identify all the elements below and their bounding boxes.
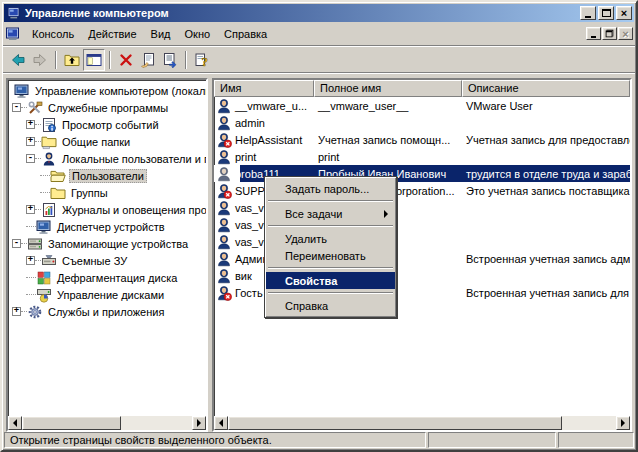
menu-separator (268, 292, 393, 294)
tree-item-label: Журналы и оповещения производительности (60, 203, 206, 217)
menu-2[interactable]: Действие (81, 25, 143, 43)
expand-box[interactable]: + (26, 256, 35, 265)
context-menu-item-rename[interactable]: Переименовать (266, 247, 395, 264)
expand-box[interactable]: + (26, 120, 35, 129)
tree-item[interactable]: +Службы и приложения (8, 303, 206, 320)
user-list-row[interactable]: admin (214, 114, 630, 131)
minimize-button[interactable] (580, 6, 596, 20)
user-icon (216, 98, 232, 114)
child-minimize-button[interactable] (586, 27, 601, 40)
defrag-icon (36, 270, 52, 286)
tree-item-label: Просмотр событий (60, 118, 161, 132)
menu-separator (268, 267, 393, 269)
tree-item[interactable]: Пользователи (8, 167, 206, 184)
user-list-row[interactable]: printprint (214, 148, 630, 165)
child-restore-button[interactable] (602, 27, 617, 40)
tree-item[interactable]: -Запоминающие устройства (8, 235, 206, 252)
menu-1[interactable]: Консоль (25, 25, 81, 43)
title-bar[interactable]: Управление компьютером × (4, 4, 634, 22)
scroll-track[interactable] (228, 416, 616, 430)
scroll-thumb[interactable] (228, 416, 562, 430)
expand-box[interactable]: + (12, 307, 21, 316)
scroll-left-button[interactable] (8, 416, 22, 430)
delete-button[interactable] (115, 49, 137, 71)
delete-x-icon (118, 52, 134, 68)
menu-5[interactable]: Справка (217, 25, 274, 43)
column-header-3[interactable]: Описание (462, 80, 630, 97)
console-system-menu-icon[interactable] (5, 26, 21, 42)
console-tree-pane: Управление компьютером (локальным)-Служе… (6, 78, 208, 432)
tree-item[interactable]: +Общие папки (8, 133, 206, 150)
tree-item[interactable]: -Служебные программы (8, 99, 206, 116)
user-list-row[interactable]: HelpAssistantУчетная запись помощн...Уче… (214, 131, 630, 148)
tree-item-label: Локальные пользователи и группы (60, 152, 206, 166)
scroll-right-button[interactable] (616, 416, 630, 430)
tree-item[interactable]: Диспетчер устройств (8, 218, 206, 235)
user-disabled-icon (216, 132, 232, 148)
list-horizontal-scrollbar[interactable] (214, 416, 630, 430)
column-header-2[interactable]: Полное имя (314, 80, 462, 97)
context-menu-item-all-tasks[interactable]: Все задачи (266, 205, 395, 222)
properties-sheet-icon (140, 52, 156, 68)
export-list-button[interactable] (159, 49, 181, 71)
scroll-right-button[interactable] (192, 416, 206, 430)
help-button[interactable]: ? (191, 49, 213, 71)
tree-connector (40, 192, 50, 193)
tree-item[interactable]: +Съемные ЗУ (8, 252, 206, 269)
tree-item[interactable]: +Журналы и оповещения производительности (8, 201, 206, 218)
tree-item[interactable]: Управление компьютером (локальным) (8, 82, 206, 99)
collapse-box[interactable]: - (12, 103, 21, 112)
child-close-button[interactable]: × (618, 27, 633, 40)
menu-3[interactable]: Вид (144, 25, 178, 43)
status-panel-3 (558, 432, 634, 448)
folder-up-icon (64, 52, 80, 68)
console-tree: Управление компьютером (локальным)-Служе… (8, 80, 206, 416)
context-menu-item-properties[interactable]: Свойства (266, 272, 395, 289)
column-header-1[interactable]: Имя (214, 80, 314, 97)
tree-connector (26, 277, 36, 278)
show-console-tree-button[interactable] (83, 49, 105, 71)
collapse-box[interactable]: - (12, 239, 21, 248)
menu-item-label: Справка (285, 300, 328, 312)
properties-button[interactable] (137, 49, 159, 71)
local-users-icon (41, 151, 57, 167)
tree-item[interactable]: Дефрагментация диска (8, 269, 206, 286)
tree-item-label: Пользователи (69, 169, 147, 183)
context-menu-item-help[interactable]: Справка (266, 297, 395, 314)
maximize-button[interactable] (598, 6, 614, 20)
context-menu-item-set-password[interactable]: Задать пароль... (266, 180, 395, 197)
user-name: print (235, 151, 256, 163)
user-name-cell: HelpAssistant (214, 132, 314, 148)
expand-box[interactable]: + (26, 205, 35, 214)
tree-item[interactable]: +Просмотр событий (8, 116, 206, 133)
tree-horizontal-scrollbar[interactable] (8, 416, 206, 430)
scroll-thumb[interactable] (22, 416, 121, 430)
list-column-headers: ИмяПолное имяОписание (214, 80, 630, 97)
back-button[interactable] (7, 49, 29, 71)
menu-item-label: Все задачи (285, 208, 342, 220)
user-list-row[interactable]: __vmware_u...__vmware_user__VMware User (214, 97, 630, 114)
expand-box[interactable]: + (26, 137, 35, 146)
user-full-name: print (314, 151, 462, 163)
tree-item[interactable]: Управление дисками (8, 286, 206, 303)
tree-item[interactable]: Группы (8, 184, 206, 201)
menu-4[interactable]: Окно (178, 25, 218, 43)
user-name: Гость (235, 287, 263, 299)
scroll-left-button[interactable] (214, 416, 228, 430)
context-menu-item-delete[interactable]: Удалить (266, 230, 395, 247)
user-description: VMware User (462, 100, 630, 112)
user-icon (216, 149, 232, 165)
window-console-icon (7, 6, 21, 20)
up-one-level-button[interactable] (61, 49, 83, 71)
arrow-back-icon (10, 52, 26, 68)
scroll-track[interactable] (22, 416, 192, 430)
storage-icon (27, 236, 43, 252)
collapse-box[interactable]: - (26, 154, 35, 163)
tree-item-label: Служебные программы (46, 101, 170, 115)
tree-item[interactable]: -Локальные пользователи и группы (8, 150, 206, 167)
forward-button[interactable] (29, 49, 51, 71)
user-name: вик (235, 270, 252, 282)
tree-item-label: Запоминающие устройства (46, 237, 190, 251)
close-button[interactable]: × (616, 6, 632, 20)
services-icon (27, 304, 43, 320)
